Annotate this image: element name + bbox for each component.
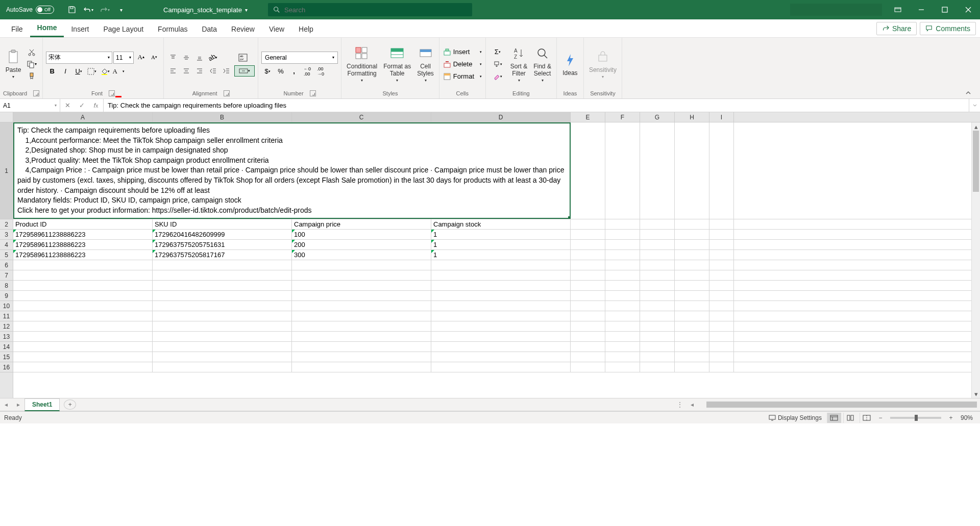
number-dialog-launcher[interactable] xyxy=(310,90,316,96)
cell[interactable] xyxy=(153,332,292,341)
search-input[interactable] xyxy=(284,6,467,14)
tab-insert[interactable]: Insert xyxy=(64,21,96,37)
align-left-button[interactable] xyxy=(167,65,179,77)
cell[interactable] xyxy=(292,270,431,280)
cell[interactable] xyxy=(292,281,431,290)
comma-format-button[interactable]: , xyxy=(288,66,300,77)
cell[interactable] xyxy=(675,281,709,290)
redo-icon[interactable]: ▾ xyxy=(97,3,112,17)
cell[interactable] xyxy=(640,250,675,260)
cell[interactable] xyxy=(709,270,734,280)
decrease-decimal-button[interactable]: .00→0 xyxy=(314,66,327,77)
cell[interactable] xyxy=(605,311,640,321)
cell[interactable] xyxy=(571,352,605,362)
cell[interactable] xyxy=(640,342,675,352)
user-account-area[interactable] xyxy=(790,4,882,16)
cell[interactable]: 1729637575205817167 xyxy=(153,250,292,260)
cell[interactable] xyxy=(640,122,675,219)
fill-button[interactable]: ▾ xyxy=(489,59,506,70)
cell[interactable] xyxy=(605,281,640,290)
cell[interactable]: 1 xyxy=(431,230,571,239)
cell-styles-button[interactable]: Cell Styles▾ xyxy=(415,44,436,84)
cell[interactable] xyxy=(709,219,734,229)
cell[interactable] xyxy=(431,260,571,270)
column-header-A[interactable]: A xyxy=(13,112,153,122)
cell[interactable] xyxy=(153,301,292,311)
row-header-15[interactable]: 15 xyxy=(0,352,13,362)
cell[interactable]: 1 xyxy=(431,250,571,260)
add-sheet-button[interactable]: + xyxy=(64,399,76,410)
cell[interactable] xyxy=(640,332,675,341)
align-right-button[interactable] xyxy=(193,65,206,77)
cell[interactable]: 200 xyxy=(292,240,431,249)
cell[interactable] xyxy=(709,352,734,362)
align-bottom-button[interactable] xyxy=(193,52,206,63)
increase-decimal-button[interactable]: ←0.00 xyxy=(301,66,313,77)
autosave-toggle[interactable]: AutoSave Off xyxy=(0,6,60,14)
toggle-switch[interactable]: Off xyxy=(36,6,54,14)
hscroll-left-arrow[interactable]: ◂ xyxy=(686,401,698,408)
cell[interactable] xyxy=(605,332,640,341)
cell[interactable] xyxy=(640,270,675,280)
cell[interactable] xyxy=(13,342,153,352)
column-header-H[interactable]: H xyxy=(675,112,709,122)
cell[interactable] xyxy=(675,352,709,362)
cell[interactable] xyxy=(571,230,605,239)
maximize-button[interactable] xyxy=(933,0,957,19)
cell[interactable] xyxy=(709,122,734,219)
cell[interactable] xyxy=(640,260,675,270)
cells-area[interactable]: Tip: Check the campaign requirements bef… xyxy=(13,122,980,398)
tab-data[interactable]: Data xyxy=(194,21,224,37)
zoom-level[interactable]: 90% xyxy=(958,414,976,421)
row-header-16[interactable]: 16 xyxy=(0,362,13,372)
cell[interactable] xyxy=(709,281,734,290)
font-color-button[interactable]: A▾ xyxy=(112,66,125,77)
ribbon-display-icon[interactable] xyxy=(886,0,910,19)
cell[interactable] xyxy=(571,219,605,229)
collapse-ribbon-button[interactable] xyxy=(963,87,974,98)
cell[interactable] xyxy=(153,281,292,290)
cell[interactable] xyxy=(13,281,153,290)
minimize-button[interactable] xyxy=(910,0,933,19)
cell[interactable] xyxy=(431,291,571,300)
cell[interactable] xyxy=(640,281,675,290)
cell[interactable]: 1 xyxy=(431,240,571,249)
cell[interactable] xyxy=(640,219,675,229)
row-header-10[interactable]: 10 xyxy=(0,301,13,311)
cell[interactable] xyxy=(675,362,709,372)
cell[interactable] xyxy=(605,260,640,270)
row-header-9[interactable]: 9 xyxy=(0,291,13,301)
clear-button[interactable]: ▾ xyxy=(489,71,506,82)
cell[interactable]: 1729637575205751631 xyxy=(153,240,292,249)
cell[interactable] xyxy=(675,240,709,249)
bold-button[interactable]: B xyxy=(46,66,58,77)
align-middle-button[interactable] xyxy=(180,52,192,63)
percent-format-button[interactable]: % xyxy=(275,66,287,77)
cell[interactable] xyxy=(13,362,153,372)
cell[interactable] xyxy=(431,281,571,290)
cell[interactable] xyxy=(431,362,571,372)
cell[interactable] xyxy=(292,352,431,362)
tab-formulas[interactable]: Formulas xyxy=(151,21,194,37)
column-header-D[interactable]: D xyxy=(431,112,571,122)
sheet-nav-prev[interactable]: ◂ xyxy=(0,401,12,408)
cell[interactable] xyxy=(675,301,709,311)
cell[interactable] xyxy=(571,332,605,341)
cell[interactable] xyxy=(675,321,709,331)
cell[interactable] xyxy=(709,260,734,270)
cell[interactable] xyxy=(571,301,605,311)
cell[interactable] xyxy=(13,291,153,300)
cell[interactable] xyxy=(709,342,734,352)
hscroll-thumb[interactable] xyxy=(706,402,977,408)
cell[interactable] xyxy=(13,321,153,331)
orientation-button[interactable]: ab▾ xyxy=(207,52,219,63)
cell[interactable] xyxy=(571,311,605,321)
scroll-down-arrow[interactable]: ▾ xyxy=(972,390,980,398)
zoom-slider[interactable] xyxy=(890,417,941,419)
cell[interactable] xyxy=(605,342,640,352)
cell[interactable] xyxy=(571,240,605,249)
align-top-button[interactable] xyxy=(167,52,179,63)
cell[interactable] xyxy=(571,122,605,219)
cell[interactable]: 300 xyxy=(292,250,431,260)
qat-customize-icon[interactable]: ▾ xyxy=(113,3,129,17)
